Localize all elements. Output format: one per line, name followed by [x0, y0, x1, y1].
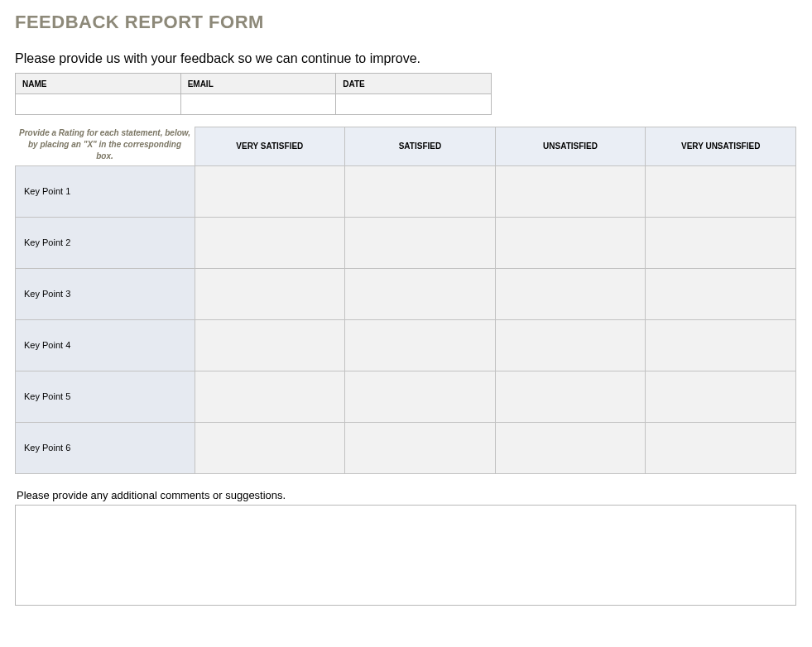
scale-very-unsatisfied: VERY UNSATISFIED: [646, 127, 796, 166]
date-field[interactable]: [336, 94, 492, 115]
rating-cell[interactable]: [345, 319, 496, 371]
rating-cell[interactable]: [195, 319, 345, 371]
rating-cell[interactable]: [646, 371, 796, 422]
rating-cell[interactable]: [646, 422, 796, 473]
rating-row-label: Key Point 6: [16, 422, 195, 473]
rating-row: Key Point 2: [16, 217, 796, 268]
rating-cell[interactable]: [345, 371, 496, 422]
info-header-date: DATE: [336, 74, 492, 94]
info-header-name: NAME: [16, 74, 181, 94]
rating-cell[interactable]: [195, 217, 345, 268]
scale-very-satisfied: VERY SATISFIED: [195, 127, 345, 166]
rating-cell[interactable]: [345, 217, 496, 268]
comments-input[interactable]: [15, 505, 796, 606]
rating-cell[interactable]: [495, 319, 646, 371]
rating-instruction-line2: by placing an "X" in the corresponding b…: [19, 139, 191, 162]
scale-satisfied: SATISFIED: [345, 127, 496, 166]
info-table: NAME EMAIL DATE: [15, 73, 492, 115]
rating-cell[interactable]: [195, 268, 345, 319]
rating-cell[interactable]: [495, 217, 646, 268]
scale-unsatisfied: UNSATISFIED: [495, 127, 646, 166]
rating-row-label: Key Point 2: [16, 217, 195, 268]
page-subtitle: Please provide us with your feedback so …: [15, 51, 797, 66]
rating-table: Provide a Rating for each statement, bel…: [15, 127, 796, 474]
rating-row-label: Key Point 5: [16, 371, 195, 422]
rating-instruction-line1: Provide a Rating for each statement, bel…: [19, 127, 191, 139]
rating-cell[interactable]: [495, 268, 646, 319]
rating-cell[interactable]: [495, 422, 646, 473]
rating-cell[interactable]: [646, 165, 796, 217]
rating-cell[interactable]: [195, 165, 345, 217]
info-header-email: EMAIL: [180, 74, 336, 94]
rating-cell[interactable]: [195, 371, 345, 422]
rating-row-label: Key Point 4: [16, 319, 195, 371]
rating-row-label: Key Point 3: [16, 268, 195, 319]
rating-row: Key Point 3: [16, 268, 796, 319]
email-field[interactable]: [180, 94, 336, 115]
rating-row: Key Point 4: [16, 319, 796, 371]
rating-cell[interactable]: [495, 165, 646, 217]
rating-cell[interactable]: [345, 422, 496, 473]
rating-instruction-cell: Provide a Rating for each statement, bel…: [16, 127, 195, 166]
rating-cell[interactable]: [646, 319, 796, 371]
rating-cell[interactable]: [345, 165, 496, 217]
rating-row-label: Key Point 1: [16, 165, 195, 217]
rating-cell[interactable]: [345, 268, 496, 319]
rating-row: Key Point 5: [16, 371, 796, 422]
rating-cell[interactable]: [646, 217, 796, 268]
rating-cell[interactable]: [195, 422, 345, 473]
rating-cell[interactable]: [495, 371, 646, 422]
name-field[interactable]: [16, 94, 181, 115]
rating-row: Key Point 6: [16, 422, 796, 473]
rating-row: Key Point 1: [16, 165, 796, 217]
rating-cell[interactable]: [646, 268, 796, 319]
page-title: FEEDBACK REPORT FORM: [15, 12, 797, 33]
comments-label: Please provide any additional comments o…: [17, 489, 797, 501]
